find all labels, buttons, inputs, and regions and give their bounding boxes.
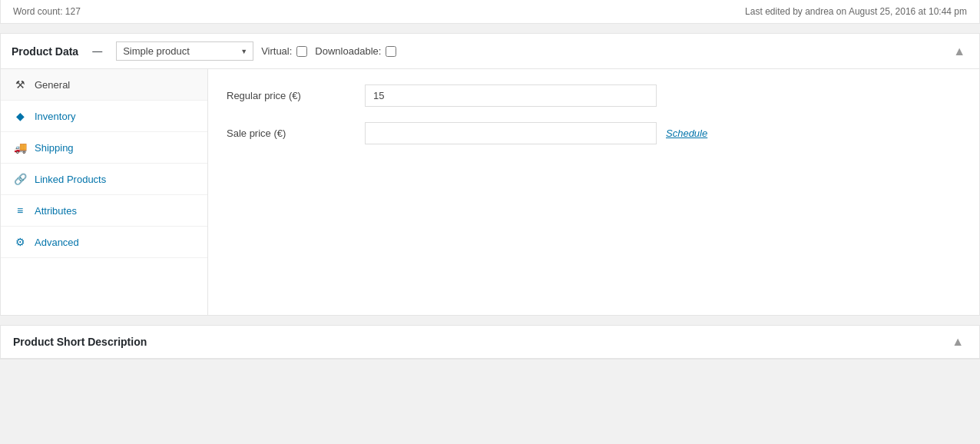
general-content-area: Regular price (€) Sale price (€) Schedul… — [208, 69, 979, 315]
word-count-bar: Word count: 127 Last edited by andrea on… — [0, 0, 980, 24]
downloadable-group: Downloadable: — [315, 45, 396, 57]
sidebar-label-advanced: Advanced — [35, 237, 79, 248]
sale-price-input[interactable] — [365, 122, 657, 144]
virtual-checkbox[interactable] — [296, 46, 307, 57]
sidebar-item-advanced[interactable]: ⚙ Advanced — [1, 227, 207, 258]
header-dash: — — [92, 45, 102, 57]
regular-price-row: Regular price (€) — [227, 84, 961, 107]
wrench-icon: ⚒ — [13, 78, 27, 91]
last-edited-text: Last edited by andrea on August 25, 2016… — [745, 6, 967, 17]
product-data-collapse-btn[interactable]: ▲ — [950, 45, 968, 58]
product-short-description-collapse-btn[interactable]: ▲ — [949, 335, 967, 349]
sidebar-label-general: General — [35, 79, 70, 91]
product-data-title: Product Data — [12, 45, 78, 58]
downloadable-label: Downloadable: — [315, 45, 381, 57]
sidebar-item-general[interactable]: ⚒ General — [1, 69, 207, 101]
sidebar-item-shipping[interactable]: 🚚 Shipping — [1, 132, 207, 164]
regular-price-label: Regular price (€) — [227, 90, 365, 101]
sale-price-label: Sale price (€) — [227, 128, 365, 139]
sidebar-label-attributes: Attributes — [35, 205, 77, 217]
link-icon: 🔗 — [13, 173, 27, 185]
inventory-icon: ◆ — [13, 110, 27, 122]
regular-price-input[interactable] — [365, 84, 657, 107]
product-type-wrapper[interactable]: Simple product Grouped product External/… — [116, 41, 253, 61]
product-data-sidebar: ⚒ General ◆ Inventory 🚚 Shipping 🔗 Linke… — [1, 69, 208, 315]
sidebar-label-linked-products: Linked Products — [35, 174, 106, 185]
product-short-description-panel: Product Short Description ▲ — [0, 325, 980, 360]
virtual-group: Virtual: — [261, 45, 307, 57]
product-short-description-title: Product Short Description — [13, 336, 147, 348]
sidebar-label-shipping: Shipping — [35, 142, 74, 154]
product-short-description-header: Product Short Description ▲ — [1, 326, 979, 359]
product-type-select[interactable]: Simple product Grouped product External/… — [116, 41, 253, 61]
sidebar-item-linked-products[interactable]: 🔗 Linked Products — [1, 164, 207, 195]
sidebar-item-attributes[interactable]: ≡ Attributes — [1, 195, 207, 227]
word-count-text: Word count: 127 — [13, 6, 81, 17]
schedule-link[interactable]: Schedule — [666, 128, 707, 139]
virtual-label: Virtual: — [261, 45, 292, 57]
sidebar-item-inventory[interactable]: ◆ Inventory — [1, 101, 207, 132]
downloadable-checkbox[interactable] — [386, 46, 396, 57]
sale-price-row: Sale price (€) Schedule — [227, 122, 961, 144]
shipping-icon: 🚚 — [13, 141, 27, 154]
attributes-icon: ≡ — [13, 204, 27, 217]
product-data-header: Product Data — Simple product Grouped pr… — [1, 34, 979, 69]
gear-icon: ⚙ — [13, 236, 27, 248]
product-data-body: ⚒ General ◆ Inventory 🚚 Shipping 🔗 Linke… — [1, 69, 979, 315]
product-data-panel: Product Data — Simple product Grouped pr… — [0, 33, 980, 316]
sidebar-label-inventory: Inventory — [35, 111, 75, 122]
